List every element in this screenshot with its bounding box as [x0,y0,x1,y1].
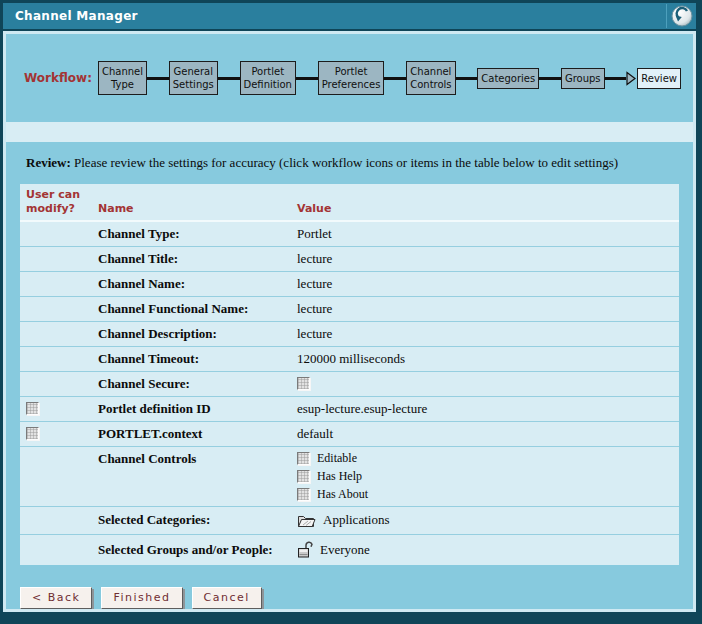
workflow-step-portlet-preferences[interactable]: Portlet Preferences [318,61,385,95]
workflow-connector [605,77,627,80]
setting-name: Channel Type: [98,226,297,242]
focus-channel-button[interactable] [666,4,696,28]
column-header-value: Value [297,202,679,216]
setting-value: default [297,426,679,442]
setting-name: Channel Controls [98,451,297,467]
setting-value: lecture [297,276,679,292]
folder-icon [297,513,316,528]
setting-name: Channel Functional Name: [98,301,297,317]
setting-value: 120000 milliseconds [297,351,679,367]
setting-name: PORTLET.context [98,426,297,442]
setting-value: Everyone [320,542,370,558]
control-label: Has Help [317,469,362,484]
table-row[interactable]: Channel Description: lecture [20,322,679,347]
settings-table: User can modify? Name Value Channel Type… [20,184,679,565]
setting-value: Applications [323,512,389,528]
workflow-step-categories[interactable]: Categories [477,68,539,89]
setting-value: esup-lecture.esup-lecture [297,401,679,417]
workflow-step-channel-controls[interactable]: Channel Controls [406,61,455,95]
workflow-connector [539,77,561,80]
table-row[interactable]: Channel Controls Editable Has Help Has A… [20,447,679,507]
section-divider [6,122,693,142]
workflow-step-channel-type[interactable]: Channel Type [98,61,147,95]
table-row[interactable]: Channel Type: Portlet [20,222,679,247]
title-bar: Channel Manager [3,3,696,29]
open-lock-icon [297,540,313,559]
setting-name: Selected Groups and/or People: [98,542,297,558]
setting-value: lecture [297,301,679,317]
has-about-checkbox[interactable] [297,488,310,501]
workflow-step-groups[interactable]: Groups [561,68,605,89]
workflow-connector [456,77,478,80]
control-label: Editable [317,451,357,466]
setting-value: lecture [297,251,679,267]
window-title: Channel Manager [15,9,138,23]
column-header-name: Name [98,202,297,216]
review-instructions-text: Please review the settings for accuracy … [71,155,618,170]
editable-checkbox[interactable] [297,452,310,465]
setting-value: Portlet [297,226,679,242]
user-can-modify-checkbox[interactable] [26,427,39,440]
table-row[interactable]: Channel Name: lecture [20,272,679,297]
table-row[interactable]: Selected Categories: Applications [20,507,679,535]
cancel-button[interactable]: Cancel [192,587,262,609]
wizard-buttons: < Back Finished Cancel [20,587,693,609]
table-row[interactable]: Channel Title: lecture [20,247,679,272]
workflow-steps: Channel Type General Settings Portlet De… [98,61,681,95]
finished-button[interactable]: Finished [101,587,182,609]
workflow-connector [296,77,318,80]
workflow-arrow-icon [626,71,636,86]
table-row[interactable]: Channel Functional Name: lecture [20,297,679,322]
workflow-bar: Workflow: Channel Type General Settings … [6,34,693,122]
table-row[interactable]: Channel Timeout: 120000 milliseconds [20,347,679,372]
setting-name: Selected Categories: [98,512,297,528]
table-row[interactable]: Portlet definition ID esup-lecture.esup-… [20,397,679,422]
content-area: Workflow: Channel Type General Settings … [3,31,696,612]
setting-name: Channel Timeout: [98,351,297,367]
setting-name: Channel Description: [98,326,297,342]
review-instructions: Review: Please review the settings for a… [6,142,693,182]
setting-name: Portlet definition ID [98,401,297,417]
setting-value: lecture [297,326,679,342]
channel-secure-checkbox[interactable] [297,377,310,390]
table-row[interactable]: Selected Groups and/or People: Everyone [20,535,679,565]
table-header-row: User can modify? Name Value [20,184,679,222]
table-row[interactable]: Channel Secure: [20,372,679,397]
back-button[interactable]: < Back [20,587,92,609]
setting-name: Channel Title: [98,251,297,267]
workflow-step-review: Review [637,68,681,89]
setting-name: Channel Name: [98,276,297,292]
review-heading: Review: [26,155,71,170]
setting-name: Channel Secure: [98,376,297,392]
column-header-user-can-modify: User can modify? [26,188,98,216]
workflow-connector [218,77,240,80]
user-can-modify-checkbox[interactable] [26,402,39,415]
channel-manager-window: Channel Manager Workflow: Chann [0,0,702,624]
table-row[interactable]: PORTLET.context default [20,422,679,447]
workflow-connector [147,77,169,80]
workflow-step-portlet-definition[interactable]: Portlet Definition [240,61,296,95]
return-arrow-icon [671,5,693,27]
workflow-connector [384,77,406,80]
control-label: Has About [317,487,368,502]
workflow-step-general-settings[interactable]: General Settings [169,61,218,95]
has-help-checkbox[interactable] [297,470,310,483]
workflow-label: Workflow: [24,71,92,85]
